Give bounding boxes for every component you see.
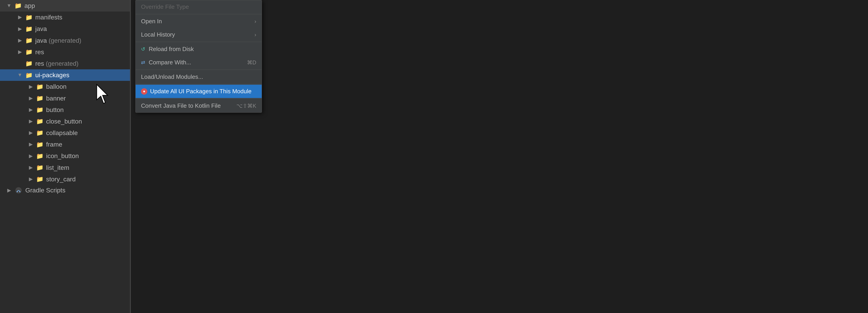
svg-marker-3 (97, 84, 107, 103)
folder-icon-frame: 📁 (36, 140, 43, 149)
chevron-list-item: ▶ (25, 164, 36, 171)
chevron-java-generated: ▶ (14, 37, 25, 44)
folder-icon-story-card: 📁 (36, 175, 43, 183)
menu-item-compare-left: ⇄ Compare With... (141, 59, 191, 66)
arrow-open-in-icon: › (254, 18, 256, 25)
label-manifests: manifests (35, 13, 62, 22)
folder-icon-close-button: 📁 (36, 117, 43, 125)
reload-icon: ↺ (141, 46, 145, 52)
folder-icon-icon-button: 📁 (36, 152, 43, 160)
tree-item-icon-button[interactable]: ▶ 📁 icon_button (0, 150, 130, 162)
chevron-gradle: ▶ (4, 187, 14, 193)
folder-icon-button: 📁 (36, 106, 43, 114)
label-story-card: story_card (46, 175, 76, 184)
chevron-icon-button: ▶ (25, 153, 36, 160)
menu-label-convert-java-kotlin: Convert Java File to Kotlin File (141, 102, 221, 109)
folder-icon-res-generated: 📁 (25, 59, 33, 68)
menu-label-compare-with: Compare With... (149, 59, 191, 66)
folder-icon-collapsable: 📁 (36, 129, 43, 137)
chevron-ui-packages: ▼ (14, 72, 25, 79)
label-java: java (35, 24, 47, 33)
plugin-icon: ● (141, 88, 147, 95)
label-gradle-scripts: Gradle Scripts (25, 187, 65, 194)
menu-item-update-all-ui[interactable]: ● Update All UI Packages in This Module (135, 85, 262, 98)
label-icon-button: icon_button (46, 151, 79, 160)
svg-point-2 (20, 191, 21, 193)
label-balloon: balloon (46, 82, 66, 91)
menu-item-reload-left: ↺ Reload from Disk (141, 46, 194, 53)
chevron-story-card: ▶ (25, 176, 36, 183)
tree-item-collapsable[interactable]: ▶ 📁 collapsable (0, 127, 130, 139)
tree-item-list-item[interactable]: ▶ 📁 list_item (0, 162, 130, 173)
tree-item-frame[interactable]: ▶ 📁 frame (0, 139, 130, 150)
menu-item-load-unload-modules[interactable]: Load/Unload Modules... (135, 70, 262, 83)
menu-item-open-in-left: Open In (141, 18, 162, 25)
label-java-generated: java (generated) (35, 36, 81, 45)
menu-item-compare-with[interactable]: ⇄ Compare With... ⌘D (135, 56, 262, 69)
tree-item-story-card[interactable]: ▶ 📁 story_card (0, 173, 130, 185)
menu-item-local-history-left: Local History (141, 31, 175, 38)
shortcut-convert-java-kotlin: ⌥⇧⌘K (237, 103, 256, 109)
label-button: button (46, 105, 64, 114)
compare-icon: ⇄ (141, 60, 145, 66)
chevron-app: ▼ (4, 2, 14, 9)
menu-label-open-in: Open In (141, 18, 162, 25)
tree-item-res-generated[interactable]: ▶ 📁 res (generated) (0, 58, 130, 69)
tree-item-close-button[interactable]: ▶ 📁 close_button (0, 116, 130, 127)
chevron-java: ▶ (14, 26, 25, 33)
menu-label-local-history: Local History (141, 31, 175, 38)
separator-2 (135, 42, 262, 42)
menu-label-load-unload-modules: Load/Unload Modules... (141, 73, 203, 80)
menu-item-reload-from-disk[interactable]: ↺ Reload from Disk (135, 42, 262, 56)
folder-icon-list-item: 📁 (36, 164, 43, 172)
chevron-manifests: ▶ (14, 14, 25, 21)
folder-icon-res: 📁 (25, 48, 33, 56)
label-app: app (24, 1, 35, 10)
menu-item-local-history[interactable]: Local History › (135, 28, 262, 41)
tree-item-java-generated[interactable]: ▶ 📁 java (generated) (0, 35, 130, 46)
chevron-res: ▶ (14, 48, 25, 56)
svg-point-1 (17, 191, 18, 193)
folder-icon-java: 📁 (25, 25, 33, 33)
tree-item-java[interactable]: ▶ 📁 java (0, 23, 130, 35)
menu-item-convert-java-kotlin[interactable]: Convert Java File to Kotlin File ⌥⇧⌘K (135, 99, 262, 112)
folder-icon-java-generated: 📁 (25, 36, 33, 44)
folder-icon-ui-packages: 📁 (25, 71, 33, 79)
chevron-frame: ▶ (25, 141, 36, 148)
shortcut-compare-with: ⌘D (247, 59, 256, 66)
menu-label-reload-from-disk: Reload from Disk (149, 46, 194, 53)
label-ui-packages: ui-packages (35, 71, 69, 79)
gradle-icon (14, 186, 23, 195)
menu-label-override-file-type: Override File Type (141, 3, 189, 10)
label-collapsable: collapsable (46, 129, 78, 137)
label-list-item: list_item (46, 163, 69, 172)
cursor-indicator (95, 83, 113, 106)
chevron-collapsable: ▶ (25, 129, 36, 136)
menu-label-update-all-ui: Update All UI Packages in This Module (150, 88, 251, 95)
menu-item-open-in[interactable]: Open In › (135, 15, 262, 28)
file-tree-sidebar: ▼ 📁 app ▶ 📁 manifests ▶ 📁 java ▶ 📁 java … (0, 0, 130, 313)
chevron-banner: ▶ (25, 95, 36, 102)
menu-item-update-all-ui-left: ● Update All UI Packages in This Module (141, 88, 251, 95)
chevron-balloon: ▶ (25, 83, 36, 90)
folder-icon-banner: 📁 (36, 94, 43, 102)
menu-item-override-file-type[interactable]: Override File Type (135, 0, 262, 13)
tree-item-gradle-scripts[interactable]: ▶ Gradle Scripts (0, 185, 130, 196)
menu-item-override-file-type-left: Override File Type (141, 3, 189, 10)
tree-item-res[interactable]: ▶ 📁 res (0, 46, 130, 58)
menu-item-load-unload-left: Load/Unload Modules... (141, 73, 203, 80)
label-close-button: close_button (46, 117, 82, 126)
chevron-close-button: ▶ (25, 118, 36, 125)
chevron-button: ▶ (25, 106, 36, 113)
menu-item-convert-left: Convert Java File to Kotlin File (141, 102, 221, 109)
tree-item-ui-packages[interactable]: ▼ 📁 ui-packages (0, 69, 130, 81)
folder-icon-manifests: 📁 (25, 13, 33, 22)
label-banner: banner (46, 94, 66, 103)
folder-icon-app: 📁 (14, 2, 22, 10)
label-frame: frame (46, 140, 62, 149)
tree-item-manifests[interactable]: ▶ 📁 manifests (0, 11, 130, 23)
folder-icon-balloon: 📁 (36, 83, 43, 91)
arrow-local-history-icon: › (254, 32, 256, 38)
main-content-area: Override File Type Open In › Local Histo… (131, 0, 868, 313)
tree-item-app[interactable]: ▼ 📁 app (0, 0, 130, 11)
